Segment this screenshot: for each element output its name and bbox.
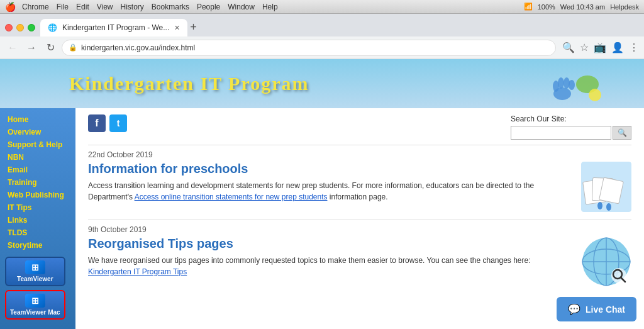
apple-icon: 🍎 <box>5 2 16 12</box>
sidebar-item-webpublishing[interactable]: Web Publishing <box>0 189 75 201</box>
article-2-link[interactable]: Kindergarten IT Program Tips <box>88 267 187 276</box>
teamviewer-mac-icon <box>25 294 45 308</box>
svg-point-2 <box>558 77 564 89</box>
social-search-row: f t Search Our Site: 🔍 <box>88 114 631 140</box>
new-tab-button[interactable]: + <box>190 21 197 34</box>
svg-rect-10 <box>599 177 624 204</box>
menu-window[interactable]: Window <box>228 3 255 11</box>
svg-point-4 <box>569 80 575 90</box>
helpdesk-label[interactable]: Helpdesk <box>610 3 639 11</box>
wifi-icon: 📶 <box>524 3 533 11</box>
twitter-icon[interactable]: t <box>109 114 127 132</box>
sidebar: Home Overview Support & Help NBN Email T… <box>0 108 75 329</box>
site-header: Kindergarten IT Program <box>0 59 644 108</box>
article-2-text: Reorganised Tips pages We have reorganis… <box>88 237 574 287</box>
live-chat-label: Live Chat <box>586 304 625 315</box>
sidebar-item-email[interactable]: Email <box>0 164 75 176</box>
close-window-button[interactable] <box>5 24 13 31</box>
minimize-window-button[interactable] <box>16 24 24 31</box>
article-2-title: Reorganised Tips pages <box>88 237 574 251</box>
facebook-icon[interactable]: f <box>88 114 106 132</box>
menu-edit[interactable]: Edit <box>76 3 89 11</box>
article-1-title: Information for preschools <box>88 162 574 176</box>
menu-chrome[interactable]: Chrome <box>22 3 49 11</box>
menu-people[interactable]: People <box>197 3 220 11</box>
article-1: 22nd October 2019 Information for presch… <box>88 150 631 212</box>
svg-point-12 <box>606 203 611 211</box>
url-bar[interactable]: 🔒 kindergarten.vic.gov.au/index.html <box>62 40 556 56</box>
teamviewer-button[interactable]: TeamViewer <box>5 257 65 286</box>
battery-indicator: 100% <box>538 3 555 11</box>
forward-button[interactable]: → <box>24 40 39 55</box>
sidebar-item-storytime[interactable]: Storytime <box>0 239 75 252</box>
article-1-link[interactable]: Access online transition statements for … <box>135 192 328 201</box>
article-1-body: Access transition learning and developme… <box>88 180 574 203</box>
search-address-icon[interactable]: 🔍 <box>562 42 575 53</box>
search-input[interactable] <box>511 126 611 140</box>
divider-2 <box>88 220 631 220</box>
menu-bookmarks[interactable]: Bookmarks <box>152 3 189 11</box>
bookmark-icon[interactable]: ☆ <box>580 42 589 53</box>
sidebar-item-training[interactable]: Training <box>0 176 75 189</box>
sidebar-item-tlds[interactable]: TLDS <box>0 226 75 239</box>
tab-favicon: 🌐 <box>48 23 57 32</box>
back-button[interactable]: ← <box>5 40 20 55</box>
svg-point-11 <box>597 202 602 209</box>
article-2-date: 9th October 2019 <box>88 225 631 234</box>
live-chat-button[interactable]: 💬 Live Chat <box>557 297 636 321</box>
article-1-text: Information for preschools Access transi… <box>88 162 574 212</box>
article-2-image <box>581 237 631 287</box>
article-1-date: 22nd October 2019 <box>88 150 631 159</box>
teamviewer-icon <box>25 260 45 274</box>
article-1-row: Information for preschools Access transi… <box>88 162 631 212</box>
maximize-window-button[interactable] <box>28 24 35 31</box>
sidebar-nav: Home Overview Support & Help NBN Email T… <box>0 113 75 252</box>
article-2: 9th October 2019 Reorganised Tips pages … <box>88 225 631 287</box>
active-tab[interactable]: 🌐 Kindergarten IT Program - We... ✕ <box>40 19 187 36</box>
main-content: f t Search Our Site: 🔍 22nd October 201 <box>75 108 644 329</box>
sidebar-item-links[interactable]: Links <box>0 214 75 226</box>
teamviewer-label: TeamViewer <box>17 276 53 282</box>
website: Kindergarten IT Program Home Overview <box>0 59 644 329</box>
site-title: Kindergarten IT Program <box>13 73 309 94</box>
lock-icon: 🔒 <box>69 43 77 52</box>
search-button[interactable]: 🔍 <box>613 126 631 140</box>
clock: Wed 10:43 am <box>560 3 605 11</box>
search-input-row: 🔍 <box>511 126 631 140</box>
search-label: Search Our Site: <box>511 114 631 123</box>
sidebar-item-ittips[interactable]: IT Tips <box>0 201 75 214</box>
sidebar-item-overview[interactable]: Overview <box>0 126 75 138</box>
menu-help[interactable]: Help <box>262 3 278 11</box>
article-2-body: We have reorganised our tips pages into … <box>88 255 574 277</box>
svg-point-6 <box>589 89 601 101</box>
menu-dots-icon[interactable]: ⋮ <box>629 42 639 53</box>
profile-icon[interactable]: 👤 <box>611 42 624 53</box>
cast-icon[interactable]: 📺 <box>594 42 606 53</box>
header-graphic <box>550 62 606 109</box>
social-icons-group: f t <box>88 114 127 132</box>
address-bar: ← → ↻ 🔒 kindergarten.vic.gov.au/index.ht… <box>0 36 644 59</box>
mac-os-bar: 🍎 Chrome File Edit View History Bookmark… <box>0 0 644 14</box>
tab-close-button[interactable]: ✕ <box>174 24 180 32</box>
article-2-row: Reorganised Tips pages We have reorganis… <box>88 237 631 287</box>
menu-view[interactable]: View <box>97 3 113 11</box>
sidebar-item-home[interactable]: Home <box>0 113 75 126</box>
search-icon: 🔍 <box>618 128 627 137</box>
sidebar-item-nbn[interactable]: NBN <box>0 151 75 164</box>
chat-bubble-icon: 💬 <box>568 303 580 315</box>
content-area: Home Overview Support & Help NBN Email T… <box>0 108 644 329</box>
search-box-area: Search Our Site: 🔍 <box>511 114 631 140</box>
sidebar-item-support[interactable]: Support & Help <box>0 138 75 151</box>
menu-history[interactable]: History <box>121 3 144 11</box>
url-text: kindergarten.vic.gov.au/index.html <box>81 43 195 52</box>
menu-file[interactable]: File <box>57 3 69 11</box>
tab-title: Kindergarten IT Program - We... <box>62 23 169 32</box>
refresh-button[interactable]: ↻ <box>43 40 58 55</box>
sidebar-buttons: TeamViewer TeamViewer Mac <box>0 252 70 325</box>
teamviewer-mac-label: TeamViewer Mac <box>10 309 60 316</box>
article-1-image <box>581 162 631 212</box>
divider-1 <box>88 145 631 145</box>
teamviewer-mac-button[interactable]: TeamViewer Mac <box>5 290 65 320</box>
chrome-tab-bar: 🌐 Kindergarten IT Program - We... ✕ + <box>0 14 644 36</box>
